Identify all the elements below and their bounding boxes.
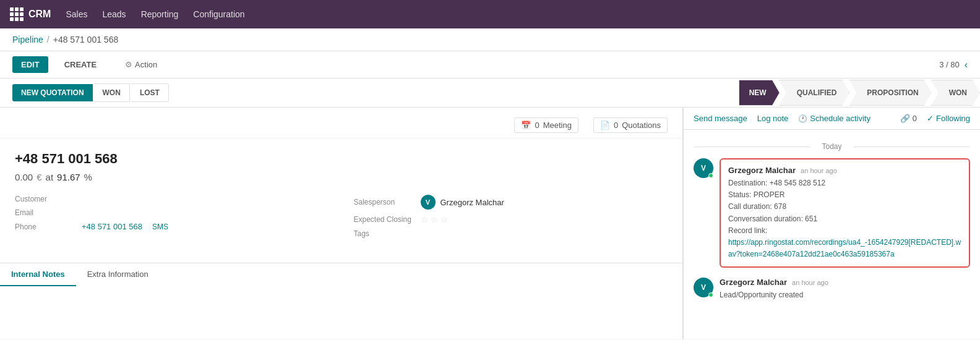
stage-pipeline: NEW QUALIFIED PROPOSITION WON: [739, 80, 980, 106]
message-body: Destination: +48 545 828 512 Status: PRO…: [728, 177, 961, 260]
currency-icon: €: [37, 172, 41, 182]
percent-value: 91.67: [57, 172, 80, 182]
salesperson-label: Salesperson: [354, 198, 416, 206]
nav-item-leads[interactable]: Leads: [102, 7, 126, 22]
salesperson-avatar: V: [421, 195, 436, 210]
followers-number: 0: [913, 114, 917, 123]
record-subtitle: 0.00 € at 91.67 %: [15, 172, 668, 182]
star-2[interactable]: ☆: [431, 215, 439, 224]
amount-value: 0.00: [15, 172, 33, 182]
right-panel: Send message Log note 🕐 Schedule activit…: [683, 108, 980, 339]
message-body: Lead/Opportunity created: [720, 289, 970, 301]
quotation-icon: 📄: [600, 121, 610, 130]
won-button[interactable]: WON: [94, 83, 130, 102]
meeting-label: Meeting: [543, 121, 572, 130]
stage-proposition[interactable]: PROPOSITION: [849, 80, 931, 106]
message-bubble: Grzegorz Malchar an hour ago Destination…: [720, 158, 970, 268]
star-rating[interactable]: ☆ ☆ ☆: [421, 215, 449, 224]
brand-logo[interactable]: CRM: [10, 7, 51, 21]
breadcrumb-parent[interactable]: Pipeline: [12, 35, 43, 45]
quotation-label: Quotations: [622, 121, 661, 130]
message-time: an hour ago: [792, 279, 828, 286]
msg-line-destination: Destination: +48 545 828 512: [728, 177, 961, 189]
pagination-prev-button[interactable]: ‹: [965, 59, 968, 70]
paperclip-icon: 🔗: [900, 114, 910, 123]
star-1[interactable]: ☆: [421, 215, 429, 224]
online-indicator: [708, 292, 713, 297]
following-button[interactable]: ✓ Following: [927, 114, 970, 123]
star-3[interactable]: ☆: [441, 215, 449, 224]
nav-item-configuration[interactable]: Configuration: [193, 7, 244, 22]
stage-new[interactable]: NEW: [739, 80, 780, 106]
nav-item-reporting[interactable]: Reporting: [141, 7, 179, 22]
msg-line-status: Status: PROPER: [728, 189, 961, 201]
msg-line-conv-duration: Conversation duration: 651: [728, 213, 961, 225]
msg-line-record-link[interactable]: https://app.ringostat.com/recordings/ua4…: [728, 237, 961, 260]
record-title: +48 571 001 568: [15, 151, 668, 167]
pagination-text: 3 / 80: [939, 60, 960, 69]
message-item: V Grzegorz Malchar an hour ago Destinati…: [694, 158, 970, 268]
msg-line-record-link-label: Record link:: [728, 225, 961, 237]
stage-qualified[interactable]: QUALIFIED: [779, 80, 850, 106]
tabs-bar: Internal Notes Extra Information: [0, 263, 682, 286]
top-navigation: CRM Sales Leads Reporting Configuration: [0, 0, 980, 28]
toolbar: EDIT CREATE ⚙ Action 3 / 80 ‹: [0, 51, 980, 79]
lost-button[interactable]: LOST: [131, 83, 169, 102]
expected-closing-label: Expected Closing: [354, 215, 416, 224]
message-author: Grzegorz Malchar: [728, 166, 796, 175]
message-avatar: V: [694, 278, 713, 297]
meeting-button[interactable]: 📅 0 Meeting: [514, 117, 578, 133]
create-button[interactable]: CREATE: [56, 56, 105, 73]
customer-label: Customer: [15, 195, 77, 203]
tab-internal-notes[interactable]: Internal Notes: [0, 263, 76, 286]
new-quotation-button[interactable]: NEW QUOTATION: [12, 84, 93, 101]
message-time: an hour ago: [801, 167, 837, 174]
quotation-count: 0: [614, 121, 618, 130]
message-avatar: V: [694, 158, 713, 178]
clock-icon: 🕐: [798, 114, 807, 123]
meeting-count: 0: [535, 121, 539, 130]
schedule-activity-button[interactable]: 🕐 Schedule activity: [798, 114, 870, 123]
record-body: +48 571 001 568 0.00 € at 91.67 % Custom…: [0, 138, 682, 250]
edit-button[interactable]: EDIT: [12, 56, 48, 73]
status-bar: NEW QUOTATION WON LOST NEW QUALIFIED PRO…: [0, 79, 980, 108]
send-message-button[interactable]: Send message: [694, 114, 747, 123]
salesperson-value: Grzegorz Malchar: [441, 198, 504, 207]
brand-name: CRM: [28, 9, 51, 20]
phone-value[interactable]: +48 571 001 568: [82, 222, 142, 231]
message-header: Grzegorz Malchar an hour ago: [720, 278, 970, 287]
message-item: V Grzegorz Malchar an hour ago Lead/Oppo…: [694, 278, 970, 301]
main-content: 📅 0 Meeting 📄 0 Quotations +48 571 001 5…: [0, 108, 980, 339]
pagination: 3 / 80 ‹: [939, 59, 968, 70]
fields-grid: Customer Email Phone +48 571 001 568 SMS: [15, 195, 668, 238]
breadcrumb: Pipeline / +48 571 001 568: [0, 28, 980, 51]
grid-icon: [10, 7, 24, 21]
salesperson-field: Salesperson V Grzegorz Malchar Expected …: [354, 195, 668, 238]
action-label: Action: [135, 60, 157, 69]
action-button[interactable]: ⚙ Action: [125, 60, 157, 69]
at-label: at: [46, 172, 54, 182]
followers-count: 🔗 0: [900, 114, 917, 123]
left-panel: 📅 0 Meeting 📄 0 Quotations +48 571 001 5…: [0, 108, 683, 339]
tab-extra-information[interactable]: Extra Information: [76, 263, 160, 286]
gear-icon: ⚙: [125, 60, 132, 69]
calendar-icon: 📅: [521, 121, 531, 130]
day-divider: Today: [694, 142, 970, 151]
stage-won[interactable]: WON: [931, 80, 980, 106]
nav-item-sales[interactable]: Sales: [66, 7, 87, 22]
email-label: Email: [15, 208, 77, 217]
log-note-button[interactable]: Log note: [757, 114, 789, 123]
customer-field: Customer Email Phone +48 571 001 568 SMS: [15, 195, 329, 238]
msg-line-call-duration: Call duration: 678: [728, 201, 961, 213]
checkmark-icon: ✓: [927, 114, 934, 123]
phone-label: Phone: [15, 223, 77, 231]
percent-suffix: %: [84, 172, 92, 182]
message-content: Grzegorz Malchar an hour ago Lead/Opport…: [720, 278, 970, 301]
tags-label: Tags: [354, 229, 416, 238]
message-header: Grzegorz Malchar an hour ago: [728, 166, 961, 175]
status-actions: NEW QUOTATION WON LOST: [0, 79, 181, 107]
record-header: 📅 0 Meeting 📄 0 Quotations: [0, 108, 682, 138]
quotations-button[interactable]: 📄 0 Quotations: [593, 117, 668, 133]
sms-link[interactable]: SMS: [152, 223, 168, 231]
message-author: Grzegorz Malchar: [720, 278, 787, 287]
